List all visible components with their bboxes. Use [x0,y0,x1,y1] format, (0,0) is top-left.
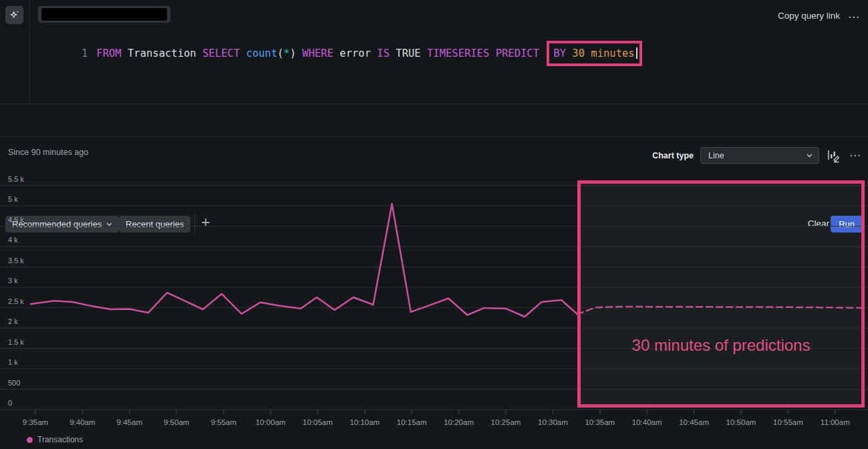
chart-type-value: Line [708,151,724,160]
svg-text:10:00am: 10:00am [256,418,286,426]
add-query-button[interactable]: + [201,214,210,232]
copy-query-link[interactable]: Copy query link [778,11,840,21]
svg-text:10:35am: 10:35am [585,418,615,426]
svg-text:1.5 k: 1.5 k [8,338,24,346]
bar-chart-pencil-icon [826,148,841,163]
svg-text:2.5 k: 2.5 k [8,297,24,305]
svg-text:9:40am: 9:40am [69,418,95,426]
svg-text:10:55am: 10:55am [773,418,803,426]
svg-text:3 k: 3 k [8,277,18,285]
ai-assistant-button[interactable] [5,6,23,24]
query-toolbar: Recommended queries Recent queries + Cle… [0,104,868,137]
svg-text:9:35am: 9:35am [23,418,48,426]
predict-clause-highlight-box: BY 30 minutes [547,41,641,66]
edit-chart-button[interactable] [826,148,841,163]
recent-queries-button[interactable]: Recent queries [119,216,190,233]
svg-text:3.5 k: 3.5 k [8,257,24,265]
svg-text:11:00am: 11:00am [821,418,850,426]
svg-text:0: 0 [8,399,12,407]
svg-text:4 k: 4 k [8,236,18,244]
svg-text:10:15am: 10:15am [397,418,427,426]
svg-text:500: 500 [8,379,20,387]
svg-text:10:05am: 10:05am [303,418,333,426]
svg-text:9:45am: 9:45am [117,418,142,426]
sparkle-icon [9,9,20,21]
chart-legend[interactable]: Transactions [27,435,83,444]
svg-text:10:30am: 10:30am [538,418,568,426]
svg-text:9:55am: 9:55am [210,418,236,426]
chevron-down-icon [106,222,112,227]
query-editor-panel: Copy query link ⋯ 1FROM Transaction SELE… [0,0,868,104]
svg-text:9:50am: 9:50am [164,418,189,426]
query-tab-redacted[interactable] [38,6,170,23]
svg-text:10:50am: 10:50am [726,418,756,426]
line-number: 1 [82,47,88,59]
prediction-annotation-fill [577,180,865,408]
svg-text:10:20am: 10:20am [444,418,474,426]
chevron-down-icon [807,154,813,158]
chart-type-label: Chart type [652,151,694,160]
query-builder-app: Copy query link ⋯ 1FROM Transaction SELE… [0,0,868,449]
svg-text:5 k: 5 k [8,195,18,203]
svg-text:10:10am: 10:10am [349,418,380,426]
toolbar-divider [194,214,195,235]
chart-type-select[interactable]: Line [700,147,819,164]
svg-text:10:25am: 10:25am [491,418,521,426]
svg-text:1 k: 1 k [8,358,18,366]
svg-text:10:45am: 10:45am [679,418,709,426]
redaction-bar [41,8,167,21]
chart-more-menu-icon[interactable]: ⋯ [849,148,861,162]
query-tokens: FROM Transaction SELECT count(*) WHERE e… [96,47,545,59]
time-range-label: Since 90 minutes ago [8,148,88,157]
query-code-line[interactable]: 1FROM Transaction SELECT count(*) WHERE … [44,31,642,76]
recommended-queries-button[interactable]: Recommended queries [5,216,119,233]
editor-more-menu-icon[interactable]: ⋯ [848,10,860,24]
text-caret [636,47,637,59]
svg-text:2 k: 2 k [8,317,18,325]
legend-series-label: Transactions [37,435,83,444]
editor-divider [29,0,30,104]
legend-series-dot [27,437,33,443]
svg-text:10:40am: 10:40am [632,418,662,426]
svg-text:5.5 k: 5.5 k [8,175,24,183]
